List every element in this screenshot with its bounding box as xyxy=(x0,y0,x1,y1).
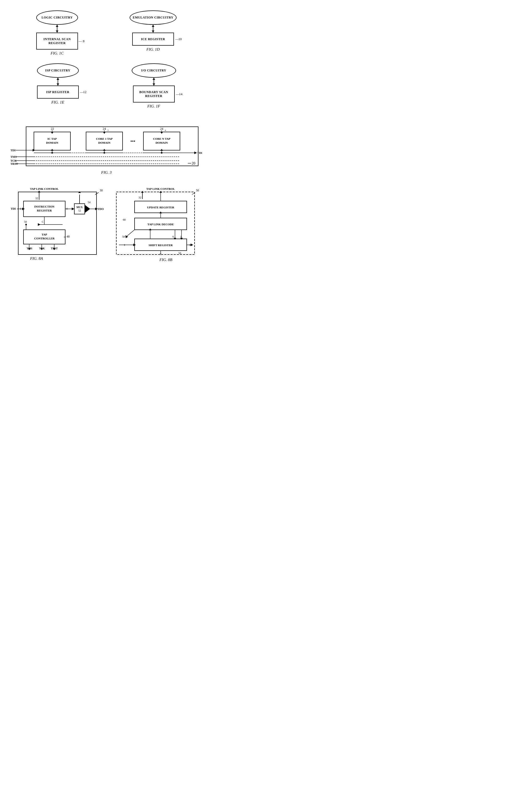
svg-text:TMS: TMS xyxy=(11,155,17,158)
svg-text:22: 22 xyxy=(51,127,54,131)
svg-text:48: 48 xyxy=(66,235,70,239)
svg-line-122 xyxy=(127,230,135,236)
svg-text:CORE N TAP: CORE N TAP xyxy=(153,137,170,140)
fig1d-box: ICE REGISTER xyxy=(132,33,174,46)
svg-text:0: 0 xyxy=(66,207,68,210)
svg-text:n: n xyxy=(165,129,166,131)
fig3-svg: 20 IC TAP DOMAIN 22 CORE 1 TAP DOMAIN 24… xyxy=(11,119,202,176)
fig1e-box: ISP REGISTER xyxy=(37,86,79,99)
row-fig8: 30 TAP LINK CONTROL 32 INSTRUCTION REGIS… xyxy=(11,184,202,266)
svg-text:REGISTER: REGISTER xyxy=(37,209,52,212)
svg-text:DOMAIN: DOMAIN xyxy=(98,141,110,144)
svg-text:TRST: TRST xyxy=(11,162,18,165)
svg-text:UPDATE REGISTER: UPDATE REGISTER xyxy=(147,206,174,209)
svg-text:50: 50 xyxy=(196,189,199,192)
svg-text:SHIFT REGISTER: SHIFT REGISTER xyxy=(149,244,173,247)
fig1f-arrow xyxy=(154,78,154,86)
svg-marker-60 xyxy=(38,191,40,192)
fig1e-arrow xyxy=(58,78,58,86)
svg-text:I: I xyxy=(20,207,21,210)
svg-text:60: 60 xyxy=(123,218,126,221)
svg-text:32: 32 xyxy=(138,196,141,199)
svg-point-101 xyxy=(25,224,27,225)
fig1c-ellipse: LOGIC CIRCUITRY xyxy=(36,11,78,25)
fig8b-svg: 50 TAP LINK CONTROL 32 UPDATE REGISTER 6… xyxy=(109,184,202,265)
fig3-ref20: 20 xyxy=(192,162,195,165)
svg-text:CONTROLLER: CONTROLLER xyxy=(34,237,55,240)
svg-text:MUX: MUX xyxy=(76,206,83,209)
row-fig1cd: LOGIC CIRCUITRY INTERNAL SCAN REGISTER 8… xyxy=(11,11,202,56)
svg-text:IC TAP: IC TAP xyxy=(48,137,57,140)
fig1c-label: FIG. 1C xyxy=(51,51,64,56)
svg-text:TAP LINK CONTROL: TAP LINK CONTROL xyxy=(30,187,59,190)
fig1d-label: FIG. 1D xyxy=(147,47,160,52)
svg-text:TDO: TDO xyxy=(197,151,202,154)
svg-text:32: 32 xyxy=(35,197,38,200)
fig1e-ref: 12 xyxy=(83,90,87,94)
svg-point-50 xyxy=(161,152,163,154)
svg-text:CORE 1 TAP: CORE 1 TAP xyxy=(96,137,113,140)
svg-marker-85 xyxy=(38,223,40,226)
svg-point-44 xyxy=(51,152,53,154)
fig1c-arrow xyxy=(57,25,57,33)
svg-text:52: 52 xyxy=(78,209,81,212)
svg-text:TAP LINK DECODE: TAP LINK DECODE xyxy=(147,223,174,226)
fig1f-ellipse: I/O CIRCUITRY xyxy=(132,63,176,78)
svg-text:TAP LINK CONTROL: TAP LINK CONTROL xyxy=(146,187,175,190)
svg-text:TDO: TDO xyxy=(97,207,104,210)
fig1c-ref: 8 xyxy=(83,39,85,43)
svg-marker-32 xyxy=(194,152,197,154)
svg-text:0: 0 xyxy=(172,235,174,238)
svg-text:54: 54 xyxy=(88,201,91,204)
fig8a-section: 30 TAP LINK CONTROL 32 INSTRUCTION REGIS… xyxy=(11,184,104,266)
svg-marker-132 xyxy=(191,244,193,246)
svg-text:50: 50 xyxy=(24,220,27,223)
svg-text:TCK: TCK xyxy=(11,159,17,162)
fig1e-block: ISP CIRCUITRY ISP REGISTER 12 — FIG. 1E xyxy=(37,63,79,109)
fig1f-box: BOUNDARY SCAN REGISTER xyxy=(133,86,175,102)
fig1d-block: EMULATION CIRCUITRY ICE REGISTER 10 — FI… xyxy=(130,11,176,56)
svg-text:56: 56 xyxy=(178,251,182,254)
fig3-section: 20 IC TAP DOMAIN 22 CORE 1 TAP DOMAIN 24… xyxy=(11,119,202,176)
fig8b-section: 50 TAP LINK CONTROL 32 UPDATE REGISTER 6… xyxy=(109,184,202,266)
svg-marker-70 xyxy=(72,208,74,210)
svg-point-47 xyxy=(103,152,105,154)
svg-text:24: 24 xyxy=(103,127,106,131)
svg-text:TDI: TDI xyxy=(11,149,16,152)
svg-text:C: C xyxy=(42,220,43,223)
svg-text:DOMAIN: DOMAIN xyxy=(46,141,58,144)
svg-text:58: 58 xyxy=(122,235,125,238)
svg-text:TAP: TAP xyxy=(41,233,47,236)
svg-text:DOMAIN: DOMAIN xyxy=(155,141,168,144)
fig8a-svg: 30 TAP LINK CONTROL 32 INSTRUCTION REGIS… xyxy=(11,184,104,265)
svg-text:FIG. 8A: FIG. 8A xyxy=(30,256,43,261)
fig1f-ref: 14 xyxy=(179,92,183,96)
fig1f-label: FIG. 1F xyxy=(147,104,160,109)
svg-line-56 xyxy=(95,192,99,194)
fig1f-block: I/O CIRCUITRY BOUNDARY SCAN REGISTER 14 … xyxy=(132,63,176,109)
svg-text:FIG. 8B: FIG. 8B xyxy=(159,258,172,262)
svg-text:INSTRUCTION: INSTRUCTION xyxy=(34,205,55,208)
fig1e-label: FIG. 1E xyxy=(51,100,64,104)
svg-text:FIG. 3: FIG. 3 xyxy=(101,170,112,174)
svg-text:24: 24 xyxy=(160,127,163,131)
fig1c-box: INTERNAL SCAN REGISTER xyxy=(36,33,78,50)
svg-marker-75 xyxy=(85,205,90,213)
page: LOGIC CIRCUITRY INTERNAL SCAN REGISTER 8… xyxy=(11,11,202,266)
row-fig1ef: ISP CIRCUITRY ISP REGISTER 12 — FIG. 1E … xyxy=(11,63,202,109)
fig1c-block: LOGIC CIRCUITRY INTERNAL SCAN REGISTER 8… xyxy=(36,11,78,56)
fig1d-ellipse: EMULATION CIRCUITRY xyxy=(130,11,176,25)
fig1d-ref: 10 xyxy=(178,37,182,41)
svg-text:TDI: TDI xyxy=(11,207,16,210)
svg-text:•••: ••• xyxy=(130,139,135,144)
svg-text:1: 1 xyxy=(108,129,109,131)
svg-text:30: 30 xyxy=(100,189,103,192)
fig1e-ellipse: ISP CIRCUITRY xyxy=(37,63,79,78)
fig1d-arrow xyxy=(153,25,153,33)
svg-rect-71 xyxy=(74,204,85,214)
